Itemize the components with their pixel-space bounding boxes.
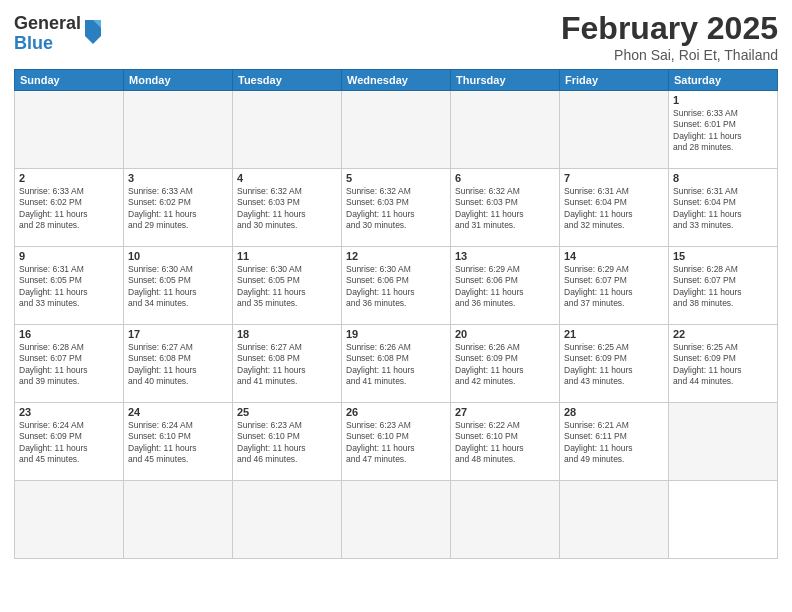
month-title: February 2025 — [561, 10, 778, 47]
day-info: Sunrise: 6:33 AM Sunset: 6:01 PM Dayligh… — [673, 108, 773, 154]
table-row: 1Sunrise: 6:33 AM Sunset: 6:01 PM Daylig… — [669, 91, 778, 169]
table-row — [342, 481, 451, 559]
day-info: Sunrise: 6:24 AM Sunset: 6:09 PM Dayligh… — [19, 420, 119, 466]
table-row — [15, 91, 124, 169]
day-info: Sunrise: 6:24 AM Sunset: 6:10 PM Dayligh… — [128, 420, 228, 466]
header-wednesday: Wednesday — [342, 70, 451, 91]
table-row: 7Sunrise: 6:31 AM Sunset: 6:04 PM Daylig… — [560, 169, 669, 247]
subtitle: Phon Sai, Roi Et, Thailand — [561, 47, 778, 63]
table-row: 6Sunrise: 6:32 AM Sunset: 6:03 PM Daylig… — [451, 169, 560, 247]
day-number: 28 — [564, 406, 664, 418]
day-info: Sunrise: 6:30 AM Sunset: 6:06 PM Dayligh… — [346, 264, 446, 310]
logo-blue: Blue — [14, 34, 81, 54]
table-row — [124, 481, 233, 559]
table-row: 28Sunrise: 6:21 AM Sunset: 6:11 PM Dayli… — [560, 403, 669, 481]
table-row: 16Sunrise: 6:28 AM Sunset: 6:07 PM Dayli… — [15, 325, 124, 403]
logo-icon — [83, 16, 103, 44]
day-info: Sunrise: 6:32 AM Sunset: 6:03 PM Dayligh… — [237, 186, 337, 232]
day-info: Sunrise: 6:25 AM Sunset: 6:09 PM Dayligh… — [564, 342, 664, 388]
table-row: 25Sunrise: 6:23 AM Sunset: 6:10 PM Dayli… — [233, 403, 342, 481]
day-info: Sunrise: 6:33 AM Sunset: 6:02 PM Dayligh… — [128, 186, 228, 232]
day-info: Sunrise: 6:31 AM Sunset: 6:04 PM Dayligh… — [673, 186, 773, 232]
day-number: 15 — [673, 250, 773, 262]
day-info: Sunrise: 6:27 AM Sunset: 6:08 PM Dayligh… — [128, 342, 228, 388]
day-number: 5 — [346, 172, 446, 184]
logo: General Blue — [14, 14, 103, 54]
day-number: 11 — [237, 250, 337, 262]
table-row: 23Sunrise: 6:24 AM Sunset: 6:09 PM Dayli… — [15, 403, 124, 481]
table-row: 27Sunrise: 6:22 AM Sunset: 6:10 PM Dayli… — [451, 403, 560, 481]
table-row: 24Sunrise: 6:24 AM Sunset: 6:10 PM Dayli… — [124, 403, 233, 481]
header-thursday: Thursday — [451, 70, 560, 91]
day-number: 25 — [237, 406, 337, 418]
header-saturday: Saturday — [669, 70, 778, 91]
table-row — [451, 91, 560, 169]
day-number: 27 — [455, 406, 555, 418]
day-number: 20 — [455, 328, 555, 340]
table-row: 22Sunrise: 6:25 AM Sunset: 6:09 PM Dayli… — [669, 325, 778, 403]
table-row: 17Sunrise: 6:27 AM Sunset: 6:08 PM Dayli… — [124, 325, 233, 403]
day-number: 13 — [455, 250, 555, 262]
table-row: 3Sunrise: 6:33 AM Sunset: 6:02 PM Daylig… — [124, 169, 233, 247]
header-friday: Friday — [560, 70, 669, 91]
day-number: 17 — [128, 328, 228, 340]
day-number: 14 — [564, 250, 664, 262]
day-number: 6 — [455, 172, 555, 184]
table-row — [233, 91, 342, 169]
day-info: Sunrise: 6:27 AM Sunset: 6:08 PM Dayligh… — [237, 342, 337, 388]
day-info: Sunrise: 6:30 AM Sunset: 6:05 PM Dayligh… — [128, 264, 228, 310]
table-row: 18Sunrise: 6:27 AM Sunset: 6:08 PM Dayli… — [233, 325, 342, 403]
table-row: 2Sunrise: 6:33 AM Sunset: 6:02 PM Daylig… — [15, 169, 124, 247]
table-row: 19Sunrise: 6:26 AM Sunset: 6:08 PM Dayli… — [342, 325, 451, 403]
day-number: 18 — [237, 328, 337, 340]
calendar-row: 16Sunrise: 6:28 AM Sunset: 6:07 PM Dayli… — [15, 325, 778, 403]
day-number: 16 — [19, 328, 119, 340]
table-row — [669, 403, 778, 481]
day-info: Sunrise: 6:25 AM Sunset: 6:09 PM Dayligh… — [673, 342, 773, 388]
table-row: 9Sunrise: 6:31 AM Sunset: 6:05 PM Daylig… — [15, 247, 124, 325]
day-number: 7 — [564, 172, 664, 184]
table-row: 20Sunrise: 6:26 AM Sunset: 6:09 PM Dayli… — [451, 325, 560, 403]
day-info: Sunrise: 6:32 AM Sunset: 6:03 PM Dayligh… — [455, 186, 555, 232]
day-info: Sunrise: 6:21 AM Sunset: 6:11 PM Dayligh… — [564, 420, 664, 466]
header: General Blue February 2025 Phon Sai, Roi… — [14, 10, 778, 63]
header-monday: Monday — [124, 70, 233, 91]
day-number: 24 — [128, 406, 228, 418]
table-row — [669, 481, 778, 559]
day-info: Sunrise: 6:29 AM Sunset: 6:07 PM Dayligh… — [564, 264, 664, 310]
day-number: 4 — [237, 172, 337, 184]
calendar: Sunday Monday Tuesday Wednesday Thursday… — [14, 69, 778, 559]
table-row — [451, 481, 560, 559]
day-number: 26 — [346, 406, 446, 418]
day-number: 2 — [19, 172, 119, 184]
table-row — [560, 481, 669, 559]
table-row: 8Sunrise: 6:31 AM Sunset: 6:04 PM Daylig… — [669, 169, 778, 247]
day-info: Sunrise: 6:22 AM Sunset: 6:10 PM Dayligh… — [455, 420, 555, 466]
day-info: Sunrise: 6:30 AM Sunset: 6:05 PM Dayligh… — [237, 264, 337, 310]
table-row — [560, 91, 669, 169]
calendar-row: 1Sunrise: 6:33 AM Sunset: 6:01 PM Daylig… — [15, 91, 778, 169]
day-info: Sunrise: 6:31 AM Sunset: 6:05 PM Dayligh… — [19, 264, 119, 310]
calendar-row: 2Sunrise: 6:33 AM Sunset: 6:02 PM Daylig… — [15, 169, 778, 247]
logo-text: General Blue — [14, 14, 81, 54]
day-info: Sunrise: 6:28 AM Sunset: 6:07 PM Dayligh… — [19, 342, 119, 388]
header-sunday: Sunday — [15, 70, 124, 91]
table-row: 12Sunrise: 6:30 AM Sunset: 6:06 PM Dayli… — [342, 247, 451, 325]
table-row: 21Sunrise: 6:25 AM Sunset: 6:09 PM Dayli… — [560, 325, 669, 403]
day-info: Sunrise: 6:32 AM Sunset: 6:03 PM Dayligh… — [346, 186, 446, 232]
table-row: 15Sunrise: 6:28 AM Sunset: 6:07 PM Dayli… — [669, 247, 778, 325]
day-number: 19 — [346, 328, 446, 340]
day-info: Sunrise: 6:31 AM Sunset: 6:04 PM Dayligh… — [564, 186, 664, 232]
day-number: 21 — [564, 328, 664, 340]
day-number: 12 — [346, 250, 446, 262]
day-number: 3 — [128, 172, 228, 184]
day-number: 23 — [19, 406, 119, 418]
day-info: Sunrise: 6:23 AM Sunset: 6:10 PM Dayligh… — [237, 420, 337, 466]
day-number: 8 — [673, 172, 773, 184]
table-row: 11Sunrise: 6:30 AM Sunset: 6:05 PM Dayli… — [233, 247, 342, 325]
day-info: Sunrise: 6:29 AM Sunset: 6:06 PM Dayligh… — [455, 264, 555, 310]
day-info: Sunrise: 6:26 AM Sunset: 6:09 PM Dayligh… — [455, 342, 555, 388]
day-info: Sunrise: 6:26 AM Sunset: 6:08 PM Dayligh… — [346, 342, 446, 388]
table-row: 5Sunrise: 6:32 AM Sunset: 6:03 PM Daylig… — [342, 169, 451, 247]
table-row: 4Sunrise: 6:32 AM Sunset: 6:03 PM Daylig… — [233, 169, 342, 247]
